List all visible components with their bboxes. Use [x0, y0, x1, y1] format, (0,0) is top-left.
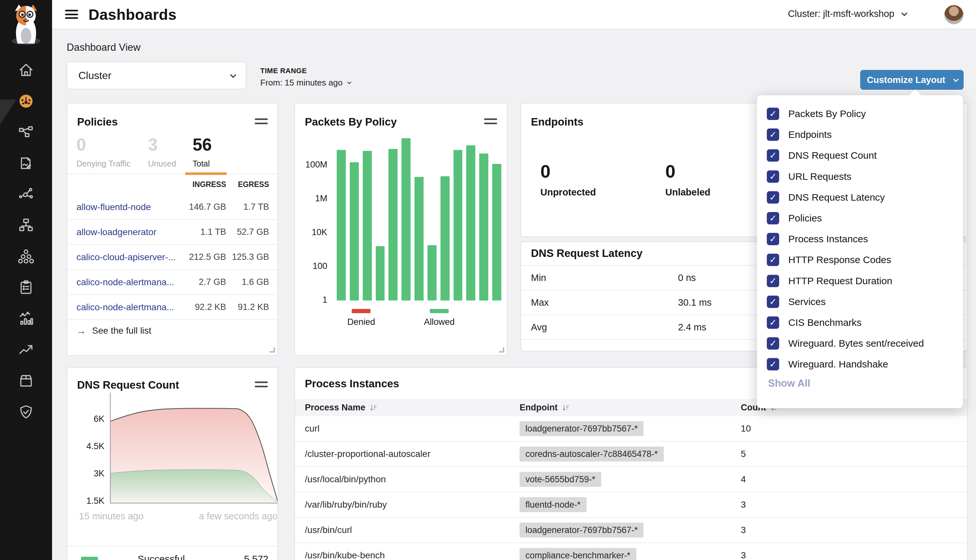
sidebar-item-service-graph-icon[interactable] — [11, 184, 41, 204]
policy-name-link[interactable]: calico-cloud-apiserver-... — [77, 252, 179, 262]
customize-layout-button[interactable]: Customize Layout — [860, 70, 964, 90]
menu-item-dns-request-count[interactable]: ✓DNS Request Count — [767, 147, 955, 164]
bar-allowed[interactable] — [466, 145, 475, 300]
sidebar-item-activity-chart-icon[interactable] — [11, 309, 41, 328]
checkbox-checked-icon[interactable]: ✓ — [767, 358, 779, 370]
endpoint-chip: coredns-autoscaler-7c88465478-* — [520, 447, 664, 462]
sidebar-item-threat-defense-shield-icon[interactable] — [11, 402, 41, 422]
menu-item-http-response-codes[interactable]: ✓HTTP Response Codes — [767, 252, 955, 268]
menu-item-label: Wireguard. Handshake — [788, 359, 888, 370]
policies-stat-total[interactable]: 56Total — [193, 135, 212, 168]
drag-handle-icon[interactable] — [255, 118, 268, 124]
threat-trend-icon — [18, 342, 34, 357]
checkbox-checked-icon[interactable]: ✓ — [767, 275, 779, 287]
checkbox-checked-icon[interactable]: ✓ — [767, 128, 779, 141]
chevron-down-icon — [347, 80, 351, 84]
x-axis-labels: 15 minutes ago a few seconds ago — [79, 511, 277, 522]
sidebar-item-policies-graph-icon[interactable] — [11, 122, 41, 142]
cluster-selector[interactable]: Cluster: jlt-msft-workshop — [788, 8, 906, 19]
sidebar-item-managed-clusters-icon[interactable] — [11, 247, 41, 266]
menu-item-wireguard-handshake[interactable]: ✓Wireguard. Handshake — [767, 356, 955, 373]
menu-item-process-instances[interactable]: ✓Process Instances — [767, 230, 955, 247]
bar-allowed[interactable] — [454, 150, 463, 300]
bar-allowed[interactable] — [350, 162, 359, 300]
policies-stat-denying-traffic[interactable]: 0Denying Traffic — [77, 135, 130, 168]
bar-allowed[interactable] — [376, 246, 385, 300]
menu-item-label: URL Requests — [788, 171, 851, 182]
x-label-end: a few seconds ago — [199, 511, 277, 522]
policies-stat-unused[interactable]: 3Unused — [148, 135, 176, 168]
bar-allowed[interactable] — [427, 245, 437, 300]
menu-item-http-request-duration[interactable]: ✓HTTP Request Duration — [767, 273, 955, 290]
checkbox-checked-icon[interactable]: ✓ — [767, 317, 779, 329]
bar-allowed[interactable] — [440, 176, 450, 300]
menu-item-cis-benchmarks[interactable]: ✓CIS Benchmarks — [767, 314, 955, 331]
checkbox-checked-icon[interactable]: ✓ — [767, 212, 779, 224]
checkbox-checked-icon[interactable]: ✓ — [767, 108, 779, 120]
checkbox-checked-icon[interactable]: ✓ — [767, 254, 779, 266]
policy-name-link[interactable]: calico-node-alertmana... — [77, 277, 179, 287]
resize-handle[interactable] — [270, 347, 275, 353]
calico-cat-logo[interactable] — [6, 3, 46, 45]
menu-item-packets-by-policy[interactable]: ✓Packets By Policy — [767, 105, 955, 122]
y-tick-label: 1 — [288, 295, 327, 305]
legend-item-denied[interactable]: Denied — [347, 309, 375, 327]
sidebar-item-home-icon[interactable] — [11, 60, 41, 80]
policy-row: allow-fluentd-node146.7 GB1.7 TB — [67, 195, 277, 220]
menu-item-label: Packets By Policy — [788, 108, 866, 119]
bar-allowed[interactable] — [363, 151, 372, 300]
latency-value: 2.4 ms — [678, 322, 706, 333]
y-tick-label: 100 — [288, 261, 327, 271]
user-avatar[interactable] — [944, 5, 964, 24]
policy-ingress-value: 2.7 GB — [179, 277, 226, 287]
legend-label: Denied — [347, 317, 375, 327]
menu-item-wireguard-bytes-sent-received[interactable]: ✓Wireguard. Bytes sent/received — [767, 335, 955, 352]
sidebar-item-dashboards-gauge-icon[interactable] — [11, 92, 41, 111]
bar-allowed[interactable] — [389, 149, 397, 300]
menu-item-policies[interactable]: ✓Policies — [767, 210, 955, 227]
area-chart — [111, 393, 277, 503]
process-endpoint: loadgenerator-7697bb7567-* — [520, 424, 741, 434]
process-name: /usr/bin/curl — [305, 525, 520, 535]
menu-item-services[interactable]: ✓Services — [767, 293, 955, 310]
col-endpoint[interactable]: Endpoint — [520, 403, 741, 413]
bar-allowed[interactable] — [337, 150, 346, 300]
menu-item-dns-request-latency[interactable]: ✓DNS Request Latency — [767, 189, 955, 206]
menu-item-endpoints[interactable]: ✓Endpoints — [767, 126, 955, 143]
stat-value: 56 — [193, 135, 212, 155]
dashboard-view-select[interactable]: Cluster — [67, 62, 246, 90]
policy-name-link[interactable]: allow-loadgenerator — [77, 227, 179, 237]
menu-hamburger-icon[interactable] — [65, 8, 78, 20]
sidebar-item-policy-editor-icon[interactable] — [11, 153, 41, 173]
checkbox-checked-icon[interactable]: ✓ — [767, 170, 779, 183]
sidebar-item-network-sets-icon[interactable] — [11, 216, 41, 235]
process-endpoint: coredns-autoscaler-7c88465478-* — [520, 449, 741, 459]
bar-allowed[interactable] — [479, 153, 488, 300]
bar-allowed[interactable] — [492, 164, 501, 300]
checkbox-checked-icon[interactable]: ✓ — [767, 191, 779, 203]
bar-allowed[interactable] — [402, 138, 410, 300]
sidebar-item-compliance-clipboard-icon[interactable] — [11, 278, 41, 297]
checkbox-checked-icon[interactable]: ✓ — [767, 149, 779, 162]
see-full-list-link[interactable]: → See the full list — [77, 325, 151, 336]
col-process-name[interactable]: Process Name — [305, 403, 520, 413]
time-range-value[interactable]: From: 15 minutes ago — [260, 78, 350, 88]
col-ingress[interactable]: INGRESS — [179, 180, 226, 189]
checkbox-checked-icon[interactable]: ✓ — [767, 233, 779, 245]
checkbox-checked-icon[interactable]: ✓ — [767, 296, 779, 308]
checkbox-checked-icon[interactable]: ✓ — [767, 337, 779, 350]
drag-handle-icon[interactable] — [255, 382, 268, 387]
legend-item-allowed[interactable]: Allowed — [424, 309, 455, 327]
drag-handle-icon[interactable] — [484, 118, 497, 124]
resize-handle[interactable] — [499, 347, 504, 353]
policy-egress-value: 52.7 GB — [226, 227, 269, 237]
sidebar-item-image-assurance-box-icon[interactable] — [11, 371, 41, 390]
policy-name-link[interactable]: calico-node-alertmana... — [77, 302, 179, 313]
bar-allowed[interactable] — [414, 177, 424, 300]
policy-name-link[interactable]: allow-fluentd-node — [77, 202, 179, 212]
sidebar-item-threat-trend-icon[interactable] — [11, 340, 41, 359]
menu-item-url-requests[interactable]: ✓URL Requests — [767, 168, 955, 185]
col-egress[interactable]: EGRESS — [226, 180, 269, 189]
show-all-link[interactable]: Show All — [768, 378, 811, 389]
time-range: TIME RANGE From: 15 minutes ago — [260, 67, 350, 88]
